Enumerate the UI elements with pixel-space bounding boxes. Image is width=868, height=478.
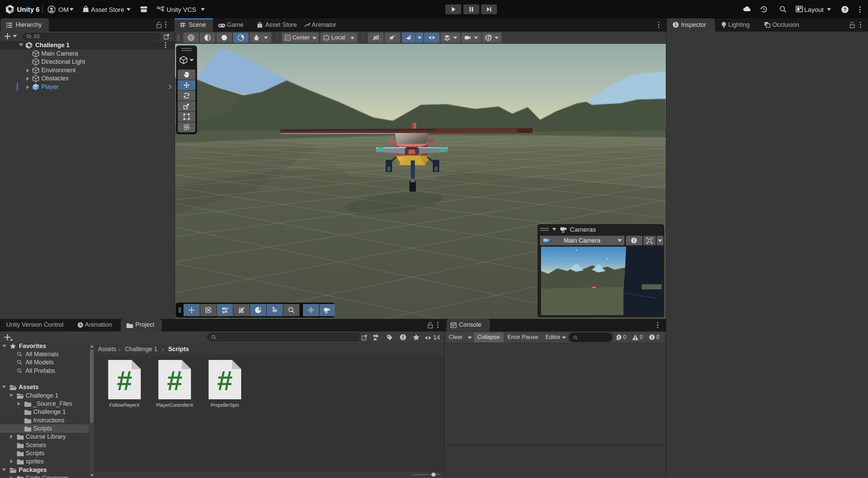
svg-text:?: ? — [843, 6, 846, 12]
svg-text:#: # — [217, 365, 233, 396]
svg-text:#: # — [167, 365, 182, 396]
svg-text:2D: 2D — [373, 35, 379, 40]
svg-text:#: # — [117, 365, 132, 396]
